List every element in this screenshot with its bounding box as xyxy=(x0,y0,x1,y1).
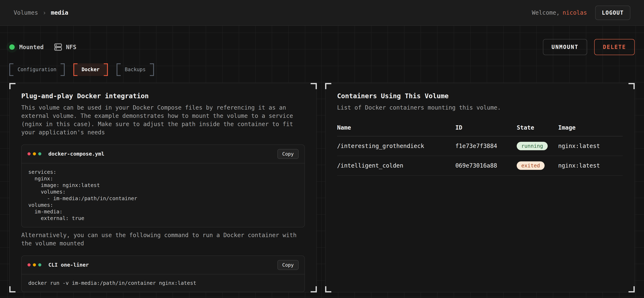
cli-intro-text: Alternatively, you can use the following… xyxy=(21,231,305,248)
volume-actions: UNMOUNT DELETE xyxy=(543,39,635,55)
compose-code-block: docker-compose.yml Copy services: nginx:… xyxy=(21,145,305,227)
amber-dot-icon xyxy=(33,263,36,266)
breadcrumb-current-volume: media xyxy=(51,9,68,16)
container-image: nginx:latest xyxy=(558,162,623,169)
tab-docker[interactable]: Docker xyxy=(73,63,108,76)
container-name: /intelligent_colden xyxy=(337,162,455,169)
table-row: /intelligent_colden 069e73016a88 exited … xyxy=(337,156,623,176)
table-row: /interesting_grothendieck f1e73e7f3884 r… xyxy=(337,137,623,156)
containers-panel-subtitle: List of Docker containers mounting this … xyxy=(337,104,622,112)
column-header-image: Image xyxy=(558,124,623,131)
panels: Plug-and-play Docker integration This vo… xyxy=(9,83,635,293)
container-name: /interesting_grothendieck xyxy=(337,143,455,149)
delete-button[interactable]: DELETE xyxy=(594,39,635,55)
compose-copy-button[interactable]: Copy xyxy=(277,149,299,159)
traffic-light-dots-icon xyxy=(28,263,41,266)
top-bar: Volumes › media Welcome,nicolas LOGOUT xyxy=(0,0,644,26)
container-id: 069e73016a88 xyxy=(455,162,517,169)
breadcrumb: Volumes › media xyxy=(14,9,68,16)
mounted-status-dot-icon xyxy=(9,44,15,50)
mount-status-label: Mounted xyxy=(19,44,44,51)
containers-panel-title: Containers Using This Volume xyxy=(337,92,623,100)
container-state: running xyxy=(517,142,558,150)
red-dot-icon xyxy=(28,152,30,155)
column-header-state: State xyxy=(517,124,558,131)
welcome-text: Welcome,nicolas xyxy=(532,9,587,16)
column-header-name: Name xyxy=(337,124,455,131)
amber-dot-icon xyxy=(33,152,36,155)
green-dot-icon xyxy=(38,152,41,155)
container-id: f1e73e7f3884 xyxy=(455,143,517,149)
docker-integration-panel: Plug-and-play Docker integration This vo… xyxy=(9,83,317,293)
welcome-prefix: Welcome, xyxy=(532,9,560,16)
compose-filename: docker-compose.yml xyxy=(48,151,104,157)
breadcrumb-separator-icon: › xyxy=(42,9,46,16)
container-image: nginx:latest xyxy=(558,143,623,149)
column-header-id: ID xyxy=(455,124,517,131)
red-dot-icon xyxy=(28,263,30,266)
logout-button[interactable]: LOGOUT xyxy=(595,5,630,20)
volume-type: NFS xyxy=(54,42,76,52)
container-state: exited xyxy=(517,161,558,170)
cli-copy-button[interactable]: Copy xyxy=(277,260,299,270)
containers-panel: Containers Using This Volume List of Doc… xyxy=(325,83,635,293)
panel-corner-icon xyxy=(628,83,635,89)
green-dot-icon xyxy=(38,263,41,266)
compose-code-header: docker-compose.yml Copy xyxy=(22,145,304,163)
top-bar-right: Welcome,nicolas LOGOUT xyxy=(532,5,630,20)
breadcrumb-volumes-link[interactable]: Volumes xyxy=(14,9,38,16)
tab-bar: Configuration Docker Backups xyxy=(9,63,635,76)
table-header-row: Name ID State Image xyxy=(337,121,623,137)
tab-backups[interactable]: Backups xyxy=(116,63,154,76)
username: nicolas xyxy=(562,9,587,16)
status-badge: exited xyxy=(517,161,544,170)
docker-panel-description: This volume can be used in your Docker C… xyxy=(21,104,305,137)
panel-corner-icon xyxy=(325,83,331,89)
status-badge: running xyxy=(517,142,548,150)
main-content: Mounted NFS UNMOUNT DELETE Configuration… xyxy=(0,26,644,298)
cli-code-content: docker run -v im-media:/path/in/containe… xyxy=(22,275,304,292)
cli-title: CLI one-liner xyxy=(48,262,89,268)
panel-corner-icon xyxy=(628,286,635,293)
panel-corner-icon xyxy=(9,286,16,293)
tab-configuration[interactable]: Configuration xyxy=(9,63,65,76)
docker-panel-title: Plug-and-play Docker integration xyxy=(21,92,305,100)
panel-corner-icon xyxy=(311,83,317,89)
cli-code-header: CLI one-liner Copy xyxy=(22,256,304,275)
server-icon xyxy=(54,42,62,52)
compose-code-content: services: nginx: image: nginx:latest vol… xyxy=(22,163,304,227)
panel-corner-icon xyxy=(9,83,16,89)
traffic-light-dots-icon xyxy=(28,152,41,155)
volume-status-row: Mounted NFS UNMOUNT DELETE xyxy=(9,26,635,55)
volume-type-label: NFS xyxy=(66,44,76,51)
cli-code-block: CLI one-liner Copy docker run -v im-medi… xyxy=(21,256,305,292)
unmount-button[interactable]: UNMOUNT xyxy=(543,39,587,55)
panel-corner-icon xyxy=(325,286,331,293)
panel-corner-icon xyxy=(311,286,317,293)
containers-table: Name ID State Image /interesting_grothen… xyxy=(337,121,623,176)
